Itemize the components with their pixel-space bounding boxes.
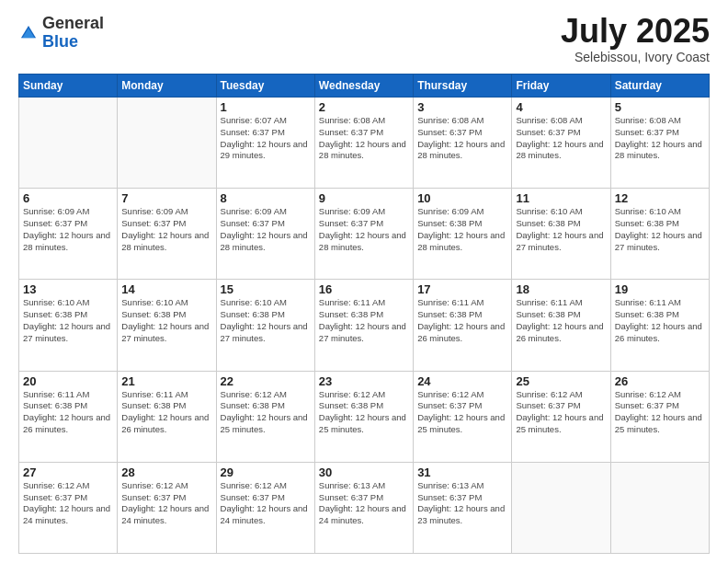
day-number: 25	[516, 374, 606, 388]
calendar-header-row: SundayMondayTuesdayWednesdayThursdayFrid…	[19, 75, 710, 98]
month-title: July 2025	[561, 15, 710, 48]
calendar-cell: 19Sunrise: 6:11 AM Sunset: 6:38 PM Dayli…	[610, 280, 709, 371]
calendar-cell: 24Sunrise: 6:12 AM Sunset: 6:37 PM Dayli…	[414, 371, 512, 462]
calendar-cell: 13Sunrise: 6:10 AM Sunset: 6:38 PM Dayli…	[19, 280, 118, 371]
day-info: Sunrise: 6:12 AM Sunset: 6:37 PM Dayligh…	[516, 389, 606, 436]
day-info: Sunrise: 6:10 AM Sunset: 6:38 PM Dayligh…	[121, 297, 211, 344]
day-info: Sunrise: 6:11 AM Sunset: 6:38 PM Dayligh…	[23, 389, 113, 436]
calendar-cell: 28Sunrise: 6:12 AM Sunset: 6:37 PM Dayli…	[118, 462, 216, 553]
calendar-week-4: 20Sunrise: 6:11 AM Sunset: 6:38 PM Dayli…	[19, 371, 710, 462]
day-header-sunday: Sunday	[19, 75, 118, 98]
day-number: 24	[417, 374, 507, 388]
day-number: 29	[221, 465, 311, 479]
day-number: 5	[615, 100, 705, 114]
day-header-tuesday: Tuesday	[216, 75, 314, 98]
calendar-cell: 2Sunrise: 6:08 AM Sunset: 6:37 PM Daylig…	[314, 98, 413, 189]
calendar-cell: 16Sunrise: 6:11 AM Sunset: 6:38 PM Dayli…	[314, 280, 413, 371]
day-info: Sunrise: 6:09 AM Sunset: 6:37 PM Dayligh…	[221, 206, 311, 253]
day-info: Sunrise: 6:10 AM Sunset: 6:38 PM Dayligh…	[221, 297, 311, 344]
day-info: Sunrise: 6:09 AM Sunset: 6:37 PM Dayligh…	[121, 206, 211, 253]
day-info: Sunrise: 6:08 AM Sunset: 6:37 PM Dayligh…	[615, 115, 705, 162]
day-number: 7	[121, 191, 211, 205]
day-number: 30	[319, 465, 409, 479]
calendar-cell: 21Sunrise: 6:11 AM Sunset: 6:38 PM Dayli…	[118, 371, 216, 462]
logo-text: General Blue	[42, 15, 104, 52]
page: General Blue July 2025 Selebissou, Ivory…	[0, 0, 728, 563]
day-number: 9	[319, 191, 409, 205]
calendar-week-1: 1Sunrise: 6:07 AM Sunset: 6:37 PM Daylig…	[19, 98, 710, 189]
calendar-cell: 4Sunrise: 6:08 AM Sunset: 6:37 PM Daylig…	[512, 98, 610, 189]
day-number: 22	[221, 374, 311, 388]
day-info: Sunrise: 6:12 AM Sunset: 6:37 PM Dayligh…	[615, 389, 705, 436]
calendar-cell: 10Sunrise: 6:09 AM Sunset: 6:38 PM Dayli…	[414, 189, 512, 280]
day-number: 18	[516, 282, 606, 296]
calendar-cell	[512, 462, 610, 553]
day-number: 11	[516, 191, 606, 205]
calendar-cell: 18Sunrise: 6:11 AM Sunset: 6:38 PM Dayli…	[512, 280, 610, 371]
calendar-week-3: 13Sunrise: 6:10 AM Sunset: 6:38 PM Dayli…	[19, 280, 710, 371]
day-number: 4	[516, 100, 606, 114]
day-header-friday: Friday	[512, 75, 610, 98]
calendar-cell: 30Sunrise: 6:13 AM Sunset: 6:37 PM Dayli…	[314, 462, 413, 553]
day-number: 13	[23, 282, 113, 296]
day-number: 8	[221, 191, 311, 205]
logo: General Blue	[18, 15, 104, 52]
day-info: Sunrise: 6:12 AM Sunset: 6:38 PM Dayligh…	[319, 389, 409, 436]
day-number: 12	[615, 191, 705, 205]
day-number: 21	[121, 374, 211, 388]
day-number: 28	[121, 465, 211, 479]
calendar-week-5: 27Sunrise: 6:12 AM Sunset: 6:37 PM Dayli…	[19, 462, 710, 553]
day-header-saturday: Saturday	[610, 75, 709, 98]
day-info: Sunrise: 6:12 AM Sunset: 6:37 PM Dayligh…	[221, 480, 311, 527]
day-info: Sunrise: 6:11 AM Sunset: 6:38 PM Dayligh…	[121, 389, 211, 436]
day-info: Sunrise: 6:13 AM Sunset: 6:37 PM Dayligh…	[417, 480, 507, 527]
calendar-week-2: 6Sunrise: 6:09 AM Sunset: 6:37 PM Daylig…	[19, 189, 710, 280]
day-header-thursday: Thursday	[414, 75, 512, 98]
logo-blue: Blue	[42, 32, 78, 51]
calendar-cell	[118, 98, 216, 189]
day-number: 2	[319, 100, 409, 114]
day-info: Sunrise: 6:12 AM Sunset: 6:38 PM Dayligh…	[221, 389, 311, 436]
logo-icon	[18, 23, 39, 43]
day-number: 10	[417, 191, 507, 205]
calendar-cell: 25Sunrise: 6:12 AM Sunset: 6:37 PM Dayli…	[512, 371, 610, 462]
calendar-cell: 22Sunrise: 6:12 AM Sunset: 6:38 PM Dayli…	[216, 371, 314, 462]
day-info: Sunrise: 6:10 AM Sunset: 6:38 PM Dayligh…	[516, 206, 606, 253]
calendar-table: SundayMondayTuesdayWednesdayThursdayFrid…	[18, 74, 710, 554]
day-header-monday: Monday	[118, 75, 216, 98]
day-number: 27	[23, 465, 113, 479]
day-info: Sunrise: 6:12 AM Sunset: 6:37 PM Dayligh…	[121, 480, 211, 527]
day-info: Sunrise: 6:09 AM Sunset: 6:37 PM Dayligh…	[23, 206, 113, 253]
calendar-cell: 20Sunrise: 6:11 AM Sunset: 6:38 PM Dayli…	[19, 371, 118, 462]
day-info: Sunrise: 6:08 AM Sunset: 6:37 PM Dayligh…	[417, 115, 507, 162]
logo-general: General	[42, 14, 104, 32]
day-number: 15	[221, 282, 311, 296]
calendar-cell: 31Sunrise: 6:13 AM Sunset: 6:37 PM Dayli…	[414, 462, 512, 553]
day-info: Sunrise: 6:13 AM Sunset: 6:37 PM Dayligh…	[319, 480, 409, 527]
calendar-cell: 17Sunrise: 6:11 AM Sunset: 6:38 PM Dayli…	[414, 280, 512, 371]
location: Selebissou, Ivory Coast	[561, 50, 710, 64]
title-block: July 2025 Selebissou, Ivory Coast	[561, 15, 710, 64]
day-info: Sunrise: 6:07 AM Sunset: 6:37 PM Dayligh…	[221, 115, 311, 162]
calendar-cell: 3Sunrise: 6:08 AM Sunset: 6:37 PM Daylig…	[414, 98, 512, 189]
calendar-cell: 23Sunrise: 6:12 AM Sunset: 6:38 PM Dayli…	[314, 371, 413, 462]
calendar-cell: 8Sunrise: 6:09 AM Sunset: 6:37 PM Daylig…	[216, 189, 314, 280]
day-info: Sunrise: 6:11 AM Sunset: 6:38 PM Dayligh…	[516, 297, 606, 344]
calendar-cell: 7Sunrise: 6:09 AM Sunset: 6:37 PM Daylig…	[118, 189, 216, 280]
calendar-cell: 1Sunrise: 6:07 AM Sunset: 6:37 PM Daylig…	[216, 98, 314, 189]
day-info: Sunrise: 6:10 AM Sunset: 6:38 PM Dayligh…	[615, 206, 705, 253]
day-info: Sunrise: 6:11 AM Sunset: 6:38 PM Dayligh…	[319, 297, 409, 344]
day-number: 16	[319, 282, 409, 296]
day-number: 14	[121, 282, 211, 296]
day-number: 17	[417, 282, 507, 296]
header: General Blue July 2025 Selebissou, Ivory…	[18, 15, 710, 64]
day-header-wednesday: Wednesday	[314, 75, 413, 98]
day-info: Sunrise: 6:11 AM Sunset: 6:38 PM Dayligh…	[615, 297, 705, 344]
day-info: Sunrise: 6:11 AM Sunset: 6:38 PM Dayligh…	[417, 297, 507, 344]
calendar-cell: 29Sunrise: 6:12 AM Sunset: 6:37 PM Dayli…	[216, 462, 314, 553]
day-number: 1	[221, 100, 311, 114]
calendar-cell	[610, 462, 709, 553]
day-number: 23	[319, 374, 409, 388]
day-number: 19	[615, 282, 705, 296]
day-info: Sunrise: 6:08 AM Sunset: 6:37 PM Dayligh…	[516, 115, 606, 162]
